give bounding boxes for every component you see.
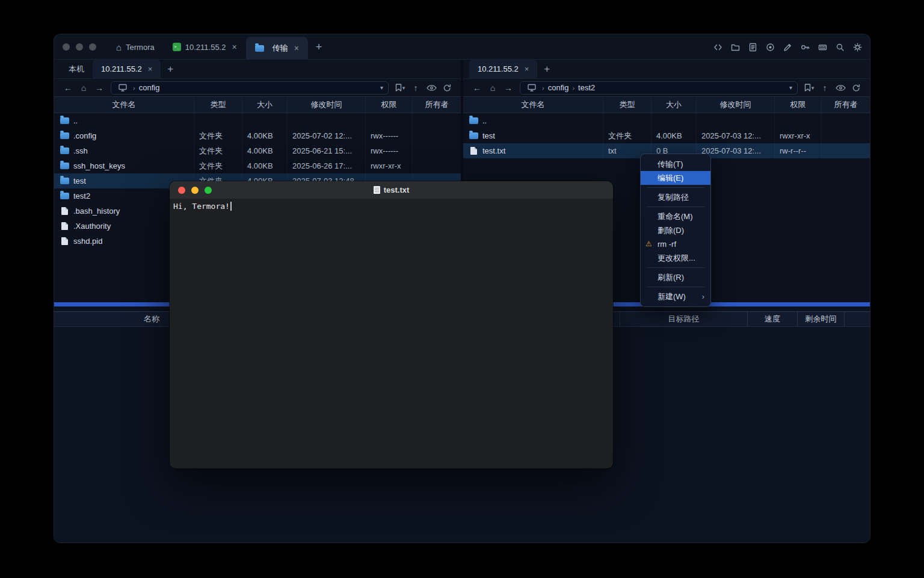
table-row[interactable]: .. bbox=[463, 113, 870, 128]
pencil-icon[interactable] bbox=[782, 42, 793, 52]
pane-tab-label: 10.211.55.2 bbox=[478, 64, 519, 73]
minimize-window-button[interactable] bbox=[76, 43, 83, 51]
minimize-window-button[interactable] bbox=[191, 187, 199, 194]
computer-icon bbox=[116, 84, 129, 92]
settings-icon[interactable] bbox=[852, 42, 863, 52]
menu-item-transfer[interactable]: 传输(T) bbox=[641, 157, 710, 171]
menu-item-change-permissions[interactable]: 更改权限... bbox=[641, 251, 710, 265]
breadcrumb-segment[interactable]: config bbox=[139, 83, 160, 92]
table-row[interactable]: .ssh 文件夹4.00KB 2025-06-21 15:...rwx-----… bbox=[54, 143, 461, 158]
record-icon[interactable] bbox=[765, 42, 775, 52]
column-header[interactable]: 速度 bbox=[748, 312, 798, 326]
column-header[interactable]: 目标路径 bbox=[620, 312, 748, 326]
forward-icon[interactable]: → bbox=[502, 83, 515, 93]
editor-window: test.txt Hi, Termora! bbox=[170, 181, 613, 468]
column-header[interactable]: 大小 bbox=[242, 97, 288, 113]
column-header[interactable]: 剩余时间 bbox=[798, 312, 845, 326]
column-header[interactable]: 文件名 bbox=[463, 97, 603, 113]
right-address-bar: ← ⌂ → › config › test2 ▾ ▾ ↑ bbox=[463, 79, 870, 96]
back-icon[interactable]: ← bbox=[470, 83, 484, 93]
menu-item-rm-rf[interactable]: ⚠ rm -rf bbox=[641, 237, 710, 251]
column-header[interactable]: 类型 bbox=[194, 97, 242, 113]
menu-item-delete[interactable]: 删除(D) bbox=[641, 223, 710, 237]
chevron-down-icon[interactable]: ▾ bbox=[380, 84, 383, 91]
forward-icon[interactable]: → bbox=[93, 83, 106, 93]
computer-icon bbox=[525, 84, 538, 92]
column-header[interactable]: 权限 bbox=[775, 97, 822, 113]
editor-window-controls[interactable] bbox=[178, 187, 212, 194]
menu-item-new[interactable]: 新建(W) › bbox=[641, 290, 710, 303]
bookmark-icon[interactable]: ▾ bbox=[393, 84, 407, 92]
column-header[interactable]: 权限 bbox=[366, 97, 413, 113]
close-tab-icon[interactable]: × bbox=[232, 42, 236, 52]
tab-label: 10.211.55.2 bbox=[185, 43, 226, 52]
folder-icon bbox=[60, 132, 69, 139]
left-grid-header: 文件名 类型 大小 修改时间 权限 所有者 bbox=[54, 96, 461, 113]
column-header[interactable]: 类型 bbox=[603, 97, 651, 113]
new-tab-button[interactable]: + bbox=[308, 34, 330, 60]
table-row[interactable]: ssh_host_keys 文件夹4.00KB 2025-06-26 17:..… bbox=[54, 158, 461, 173]
new-pane-tab-button[interactable]: + bbox=[161, 63, 180, 75]
close-tab-icon[interactable]: × bbox=[525, 64, 529, 73]
tab-label: Termora bbox=[126, 43, 155, 52]
breadcrumb-segment[interactable]: test2 bbox=[578, 83, 595, 92]
home-icon[interactable]: ⌂ bbox=[486, 83, 499, 93]
menu-item-copy-path[interactable]: 复制路径 bbox=[641, 190, 710, 204]
close-window-button[interactable] bbox=[178, 187, 185, 194]
file-icon bbox=[470, 147, 477, 155]
titlebar-tabs: ⌂ Termora >_ 10.211.55.2 × 传输 × + bbox=[107, 34, 330, 60]
zoom-window-button[interactable] bbox=[205, 187, 212, 194]
keyboard-icon[interactable] bbox=[817, 42, 828, 52]
column-header[interactable]: 文件名 bbox=[54, 97, 194, 113]
column-header[interactable]: 大小 bbox=[651, 97, 697, 113]
breadcrumb-segment[interactable]: config bbox=[548, 83, 569, 92]
folder-icon bbox=[60, 178, 69, 184]
eye-icon[interactable] bbox=[834, 84, 847, 92]
column-header[interactable]: 修改时间 bbox=[288, 97, 366, 113]
table-row[interactable]: .config 文件夹4.00KB 2025-07-02 12:...rwx--… bbox=[54, 128, 461, 143]
key-icon[interactable] bbox=[799, 42, 810, 52]
editor-title: test.txt bbox=[374, 185, 410, 194]
tab-termora[interactable]: ⌂ Termora bbox=[107, 34, 164, 60]
folder-icon[interactable] bbox=[730, 42, 741, 52]
column-header[interactable]: 修改时间 bbox=[697, 97, 775, 113]
right-grid-header: 文件名 类型 大小 修改时间 权限 所有者 bbox=[463, 96, 870, 113]
path-breadcrumb[interactable]: › config ▾ bbox=[111, 81, 389, 95]
upload-icon[interactable]: ↑ bbox=[818, 83, 831, 93]
eye-icon[interactable] bbox=[425, 84, 438, 92]
back-icon[interactable]: ← bbox=[61, 83, 75, 93]
column-header[interactable]: 所有者 bbox=[822, 97, 870, 113]
zoom-window-button[interactable] bbox=[89, 43, 96, 51]
table-row[interactable]: test 文件夹4.00KB 2025-07-03 12:...rwxr-xr-… bbox=[463, 128, 870, 143]
window-controls[interactable] bbox=[63, 43, 96, 51]
path-breadcrumb[interactable]: › config › test2 ▾ bbox=[520, 81, 798, 95]
left-pane-tabs: 本机 10.211.55.2 × + bbox=[54, 60, 461, 79]
tab-host[interactable]: >_ 10.211.55.2 × bbox=[164, 34, 246, 60]
refresh-icon[interactable] bbox=[849, 84, 863, 92]
home-icon[interactable]: ⌂ bbox=[77, 83, 90, 93]
pane-tab-local[interactable]: 本机 bbox=[60, 60, 93, 78]
search-icon[interactable] bbox=[834, 42, 845, 52]
menu-item-refresh[interactable]: 刷新(R) bbox=[641, 270, 710, 284]
close-tab-icon[interactable]: × bbox=[148, 64, 153, 73]
tab-transfer[interactable]: 传输 × bbox=[246, 37, 308, 60]
menu-item-rename[interactable]: 重命名(M) bbox=[641, 210, 710, 223]
close-window-button[interactable] bbox=[63, 43, 70, 51]
new-pane-tab-button[interactable]: + bbox=[537, 63, 556, 75]
column-header[interactable]: 所有者 bbox=[413, 97, 461, 113]
folder-icon bbox=[60, 117, 69, 124]
code-icon[interactable] bbox=[712, 42, 723, 52]
editor-content[interactable]: Hi, Termora! bbox=[170, 199, 613, 468]
pane-tab-remote[interactable]: 10.211.55.2 × bbox=[93, 60, 161, 78]
close-tab-icon[interactable]: × bbox=[294, 43, 299, 53]
table-row[interactable]: .. bbox=[54, 113, 461, 128]
refresh-icon[interactable] bbox=[440, 84, 454, 92]
log-icon[interactable] bbox=[747, 42, 758, 52]
upload-icon[interactable]: ↑ bbox=[409, 83, 422, 93]
menu-item-edit[interactable]: 编辑(E) bbox=[641, 171, 710, 185]
tab-label: 传输 bbox=[273, 43, 288, 54]
bookmark-icon[interactable]: ▾ bbox=[802, 84, 816, 92]
chevron-down-icon[interactable]: ▾ bbox=[789, 84, 792, 91]
folder-icon bbox=[469, 132, 478, 139]
pane-tab-remote[interactable]: 10.211.55.2 × bbox=[469, 60, 537, 78]
